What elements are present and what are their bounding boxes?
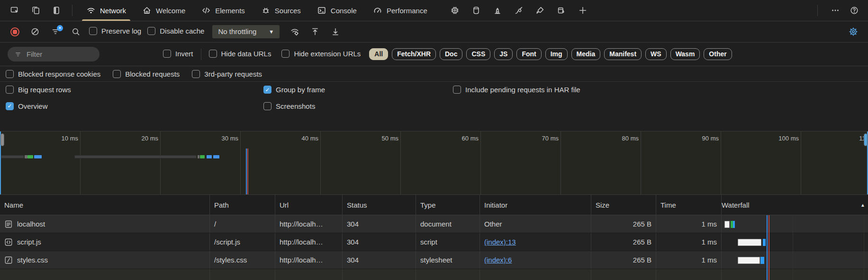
overview-right-handle[interactable] — [864, 133, 868, 146]
request-row-styles-css[interactable]: styles.css/styles.csshttp://localh…304st… — [0, 251, 868, 269]
column-header-initiator[interactable]: Initiator — [480, 195, 591, 215]
overview[interactable]: ✓Overview — [6, 102, 48, 110]
preserve-log-checkbox[interactable] — [89, 27, 97, 35]
hide-extension-urls-checkbox[interactable] — [281, 50, 289, 58]
tab-console[interactable]: Console — [309, 0, 365, 21]
clear-network-log-button[interactable] — [28, 25, 42, 39]
filter-type-doc[interactable]: Doc — [440, 48, 462, 60]
hide-data-urls-checkbox[interactable] — [209, 50, 217, 58]
tab-sources[interactable]: Sources — [253, 0, 309, 21]
filter-type-media[interactable]: Media — [571, 48, 601, 60]
devtools-tab-bar: NetworkWelcomeElementsSourcesConsolePerf… — [0, 0, 868, 21]
plug-button[interactable] — [512, 3, 526, 18]
column-header-size[interactable]: Size — [591, 195, 656, 215]
tab-performance[interactable]: Performance — [365, 0, 435, 21]
filter-type-fetch-xhr[interactable]: Fetch/XHR — [392, 48, 436, 60]
inspect-button[interactable] — [8, 3, 22, 18]
add-tab-icon — [578, 6, 588, 15]
search-button[interactable] — [69, 25, 83, 39]
overview-domcontentloaded-line — [246, 149, 247, 194]
filler-cell — [0, 269, 210, 280]
lighthouse-button[interactable] — [490, 3, 505, 18]
include-pending-requests-in-har-file-checkbox[interactable] — [453, 86, 461, 94]
cell-value: / — [214, 220, 216, 228]
column-header-url[interactable]: Url — [275, 195, 343, 215]
column-header-name[interactable]: Name — [0, 195, 210, 215]
filter-type-wasm[interactable]: Wasm — [670, 48, 700, 60]
focus-mode-button[interactable] — [49, 3, 63, 18]
storage-button[interactable] — [469, 3, 483, 18]
disable-cache-checkbox[interactable] — [147, 27, 155, 35]
paint-bucket-button[interactable] — [554, 3, 569, 18]
group-by-frame-checkbox[interactable]: ✓ — [263, 86, 271, 94]
filter-type-js[interactable]: JS — [494, 48, 513, 60]
export-har-button[interactable] — [328, 25, 343, 39]
group-by-frame[interactable]: ✓Group by frame — [263, 86, 325, 94]
import-har-button[interactable] — [308, 25, 322, 39]
filter-toggle-button[interactable]: × — [48, 25, 63, 39]
settings-gear-button[interactable] — [846, 25, 860, 39]
tab-label: Sources — [275, 7, 301, 15]
hide-extension-urls[interactable]: Hide extension URLs — [281, 50, 361, 58]
3rd-party-requests[interactable]: 3rd-party requests — [192, 70, 262, 78]
network-overview-timeline[interactable]: 10 ms20 ms30 ms40 ms50 ms60 ms70 ms80 ms… — [0, 131, 868, 195]
request-row-localhost[interactable]: localhost/http://localh…304documentOther… — [0, 215, 868, 233]
hide-data-urls[interactable]: Hide data URLs — [209, 50, 271, 58]
filter-type-css[interactable]: CSS — [466, 48, 490, 60]
blocked-requests-checkbox[interactable] — [113, 70, 121, 78]
invert[interactable]: Invert — [163, 50, 193, 58]
more-button[interactable] — [828, 3, 842, 18]
record-network-log-button[interactable] — [8, 25, 22, 39]
paint-brush-button[interactable] — [533, 3, 547, 18]
select-arrow-icon: ▼ — [269, 29, 274, 35]
plug-icon — [514, 6, 524, 15]
help-button[interactable] — [847, 3, 861, 18]
filter-type-all[interactable]: All — [369, 48, 388, 60]
filter-type-img[interactable]: Img — [545, 48, 568, 60]
preserve-log[interactable]: Preserve log — [89, 27, 141, 35]
column-header-path[interactable]: Path — [210, 195, 275, 215]
cell-value: 304 — [347, 238, 359, 246]
filter-input-pill[interactable] — [8, 47, 99, 61]
screenshots[interactable]: Screenshots — [263, 102, 315, 110]
memory-chip-button[interactable] — [448, 3, 462, 18]
overview-checkbox[interactable]: ✓ — [6, 102, 14, 110]
include-pending-requests-in-har-file[interactable]: Include pending requests in HAR file — [453, 86, 580, 94]
screenshots-label: Screenshots — [276, 102, 315, 110]
sort-ascending-icon: ▲ — [860, 202, 868, 208]
filter-type-other[interactable]: Other — [704, 48, 732, 60]
screenshots-checkbox[interactable] — [263, 102, 271, 110]
blocked-response-cookies[interactable]: Blocked response cookies — [6, 70, 100, 78]
blocked-requests[interactable]: Blocked requests — [113, 70, 180, 78]
tab-network[interactable]: Network — [78, 0, 134, 21]
throttling-select[interactable]: No throttling ▼ — [212, 25, 280, 38]
big-request-rows-checkbox[interactable] — [6, 86, 14, 94]
blocked-response-cookies-checkbox[interactable] — [6, 70, 14, 78]
filter-type-font[interactable]: Font — [516, 48, 541, 60]
column-header-type[interactable]: Type — [416, 195, 480, 215]
initiator-link[interactable]: (index):13 — [484, 238, 516, 246]
filter-type-ws[interactable]: WS — [645, 48, 667, 60]
invert-checkbox[interactable] — [163, 50, 171, 58]
3rd-party-requests-checkbox[interactable] — [192, 70, 200, 78]
network-conditions-button[interactable] — [288, 25, 302, 39]
disable-cache[interactable]: Disable cache — [147, 27, 204, 35]
big-request-rows[interactable]: Big request rows — [6, 86, 71, 94]
tab-welcome[interactable]: Welcome — [134, 0, 193, 21]
tab-elements[interactable]: Elements — [193, 0, 253, 21]
waterfall-bar-body — [738, 257, 760, 264]
device-toolbar-button[interactable] — [28, 3, 43, 18]
overview-left-handle[interactable] — [0, 133, 4, 146]
request-row-script-js[interactable]: script.js/script.jshttp://localh…304scri… — [0, 233, 868, 251]
filter-input[interactable] — [27, 50, 83, 58]
gauge-icon — [373, 6, 382, 15]
waterfall-bar-blue — [760, 257, 764, 264]
column-header-waterfall[interactable]: Waterfall▲ — [722, 195, 868, 215]
gear-icon — [848, 26, 859, 37]
filter-type-manifest[interactable]: Manifest — [604, 48, 642, 60]
overview-request-bar-blue — [207, 155, 212, 158]
column-header-status[interactable]: Status — [343, 195, 416, 215]
add-tab-button[interactable] — [576, 3, 590, 18]
initiator-link[interactable]: (index):6 — [484, 256, 512, 264]
column-header-time[interactable]: Time — [656, 195, 722, 215]
